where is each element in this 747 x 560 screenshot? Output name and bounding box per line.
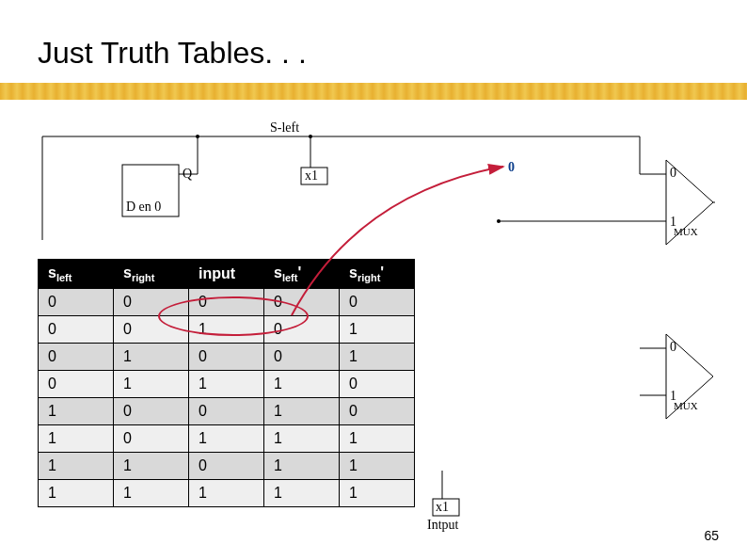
- label-x1-bot: x1: [436, 500, 449, 515]
- label-s-left: S-left: [270, 120, 299, 136]
- col-sleft: sleft: [39, 260, 114, 289]
- mux-top-label: MUX: [674, 226, 698, 237]
- col-input: input: [189, 260, 264, 289]
- table-row: 01110: [39, 371, 415, 398]
- slide-title: Just Truth Tables. . .: [38, 36, 307, 71]
- label-d-en0: D en 0: [126, 200, 161, 215]
- page-number: 65: [704, 528, 719, 543]
- table-row: 10111: [39, 425, 415, 453]
- label-input: Intput: [427, 518, 458, 533]
- col-sright: sright: [114, 260, 189, 289]
- annotation-arrow: [282, 155, 527, 325]
- label-q: Q: [183, 167, 192, 182]
- table-row: 01001: [39, 344, 415, 371]
- decorative-rule: [0, 83, 747, 100]
- mux-bot-in0: 0: [670, 340, 676, 355]
- table-row: 11111: [39, 480, 415, 507]
- table-row: 11011: [39, 453, 415, 480]
- svg-point-5: [196, 135, 199, 138]
- mux-top-in0: 0: [670, 166, 676, 181]
- mux-bot-label: MUX: [674, 400, 698, 411]
- table-row: 10010: [39, 398, 415, 425]
